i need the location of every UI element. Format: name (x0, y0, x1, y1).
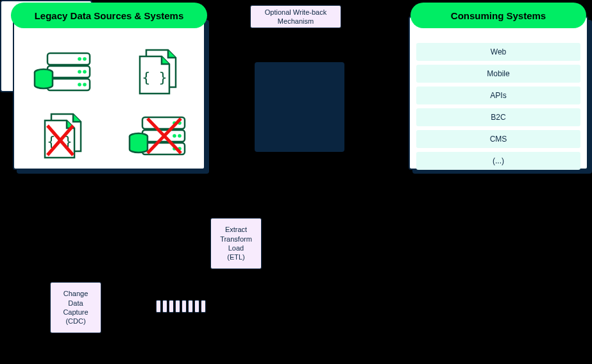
consuming-title-pill: Consuming Systems (410, 3, 586, 28)
server-with-db-icon (30, 49, 94, 94)
queue-segment (162, 300, 167, 313)
legacy-icon-json-files-crossed: { } (27, 110, 96, 161)
json-files-icon: { } (131, 46, 182, 97)
legacy-icon-server-db-crossed (122, 110, 191, 161)
etl-box: Extract Transform Load (ETL) (210, 218, 262, 269)
queue-segment (201, 300, 206, 313)
cdc-box: Change Data Capture (CDC) (50, 282, 101, 333)
legacy-title-pill: Legacy Data Sources & Systems (11, 3, 207, 28)
message-queue-icon (156, 300, 206, 313)
legacy-panel: { } { } (13, 16, 205, 170)
svg-point-7 (78, 83, 81, 87)
svg-point-6 (83, 70, 87, 74)
legacy-icon-json-files: { } (122, 46, 191, 97)
cdc-label: Change Data Capture (CDC) (63, 289, 88, 326)
queue-segment (175, 300, 180, 313)
odl-panel-shadow (255, 62, 344, 152)
consuming-item: APIs (416, 87, 580, 104)
consuming-title: Consuming Systems (451, 10, 546, 21)
consuming-item: B2C (416, 108, 580, 126)
queue-segment (194, 300, 199, 313)
consuming-item: Mobile (416, 65, 580, 83)
svg-point-5 (78, 70, 81, 74)
svg-point-3 (78, 57, 81, 61)
consuming-panel: WebMobileAPIsB2CCMS(...) (409, 16, 588, 170)
svg-point-4 (83, 57, 87, 61)
json-files-crossed-icon: { } (36, 110, 87, 161)
consuming-item: (...) (416, 152, 580, 170)
svg-text:{ }: { } (142, 69, 167, 85)
consuming-item: CMS (416, 130, 580, 148)
legacy-title: Legacy Data Sources & Systems (35, 10, 184, 21)
svg-point-19 (173, 134, 176, 138)
queue-segment (182, 300, 187, 313)
etl-label: Extract Transform Load (ETL) (220, 225, 252, 261)
writeback-box: Optional Write-back Mechanism (250, 5, 341, 28)
server-with-db-crossed-icon (124, 113, 189, 158)
queue-segment (188, 300, 193, 313)
consuming-item: Web (416, 43, 580, 61)
queue-segment (156, 300, 161, 313)
svg-point-8 (83, 83, 87, 87)
writeback-label: Optional Write-back Mechanism (265, 8, 326, 26)
svg-point-20 (178, 134, 182, 138)
consuming-list: WebMobileAPIsB2CCMS(...) (416, 43, 580, 162)
legacy-icon-server-db (27, 46, 96, 97)
queue-segment (169, 300, 174, 313)
